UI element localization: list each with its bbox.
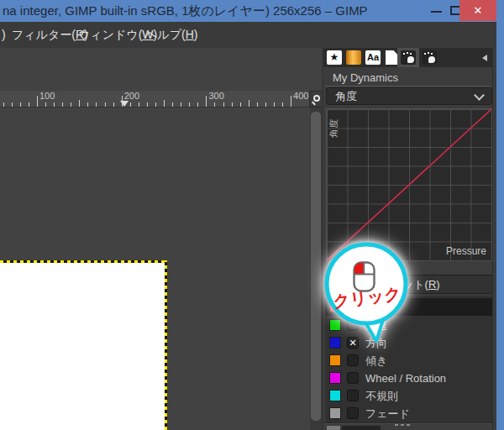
row-label: 不規則 — [365, 387, 398, 405]
fonts-icon: Aa — [365, 50, 381, 65]
window-border — [496, 0, 504, 430]
tab-menu-button[interactable] — [480, 53, 491, 63]
property-dropdown[interactable]: 角度 — [326, 87, 492, 105]
checkbox[interactable] — [347, 390, 359, 401]
row-wheel-rotation[interactable]: Wheel / Rotation — [325, 370, 493, 387]
checkbox[interactable] — [347, 354, 359, 366]
tab-fonts[interactable]: Aa — [365, 50, 381, 66]
row-label: 傾き — [365, 352, 387, 370]
gimp-window: na integer, GIMP built-in sRGB, 1枚のレイヤー)… — [0, 0, 504, 430]
checkbox[interactable] — [347, 372, 359, 384]
chevron-down-icon — [474, 90, 485, 101]
layer-boundary-right — [165, 260, 167, 430]
menu-bar: ) フィルター(R) ウィンドウ(W) ヘルプ(H) — [0, 22, 496, 48]
ruler: 100200300400 — [0, 91, 309, 108]
minimize-button[interactable] — [431, 11, 442, 13]
paper-icon — [386, 50, 397, 65]
dynamics-icon — [401, 50, 416, 65]
curve-color-chip — [329, 372, 341, 384]
row-label: Wheel / Rotation — [365, 370, 446, 387]
layer-boundary-top — [0, 260, 167, 263]
curve-color-chip — [329, 354, 341, 366]
magnifier-icon — [313, 95, 320, 102]
dock-tab-strip: ★ Aa — [323, 48, 492, 67]
tab-dynamics-active[interactable] — [400, 50, 417, 66]
arrow-left-icon — [482, 55, 487, 61]
y-axis-label: 角度 — [328, 119, 340, 138]
window-title: na integer, GIMP built-in sRGB, 1枚のレイヤー)… — [3, 0, 427, 22]
canvas-area: 100200300400 — [0, 48, 323, 430]
row-random[interactable]: 不規則 — [325, 387, 493, 405]
curve-color-chip — [329, 390, 341, 401]
tab-brushes[interactable]: ★ — [326, 50, 343, 66]
star-icon: ★ — [327, 50, 342, 65]
tab-document[interactable] — [383, 50, 400, 66]
dynamics-icon — [422, 50, 437, 65]
row-label: フェード — [365, 405, 410, 422]
close-button[interactable]: ✕ — [459, 0, 496, 21]
title-bar[interactable]: na integer, GIMP built-in sRGB, 1枚のレイヤー)… — [0, 0, 504, 22]
row-fade[interactable]: フェード — [325, 405, 493, 422]
tab-dynamics-2[interactable] — [421, 50, 438, 66]
checkbox[interactable] — [347, 407, 359, 419]
curve-color-chip — [329, 407, 341, 419]
panel-title: My Dynamics — [333, 71, 398, 84]
ruler-marker-icon — [120, 101, 129, 107]
x-axis-label: Pressure — [446, 245, 486, 257]
row-tilt[interactable]: 傾き — [325, 352, 493, 370]
menu-item-help[interactable]: ヘルプ(H) — [140, 22, 202, 48]
canvas-image[interactable] — [0, 260, 167, 430]
tab-gradients[interactable] — [345, 50, 362, 66]
gradient-icon — [346, 50, 361, 65]
dropdown-value: 角度 — [335, 88, 357, 104]
